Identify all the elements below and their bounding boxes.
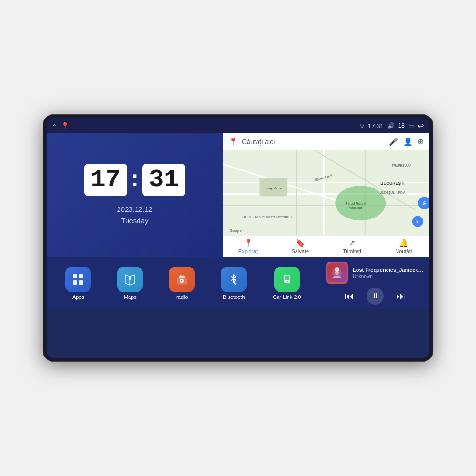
top-row: 17 : 31 2023.12.12 Tuesday 📍 Căutați aic… bbox=[47, 133, 429, 257]
saved-label: Salvate bbox=[291, 248, 309, 254]
radio-app-icon: FM bbox=[169, 267, 195, 292]
map-search-bar[interactable]: 📍 Căutați aici 🎤 👤 ⊕ bbox=[223, 133, 429, 150]
map-body[interactable]: Parcul Natural Văcărești Leroy Merlin BU… bbox=[223, 150, 429, 235]
svg-point-31 bbox=[129, 277, 131, 280]
svg-text:Google: Google bbox=[230, 228, 242, 233]
next-button[interactable]: ⏭ bbox=[393, 290, 408, 303]
clock-hour: 17 bbox=[84, 164, 127, 196]
status-time: 17:31 bbox=[368, 122, 384, 129]
app-item-apps[interactable]: Apps bbox=[65, 267, 91, 300]
bottom-row: Apps Maps bbox=[47, 257, 429, 309]
map-news-tab[interactable]: 🔔 Noutăți bbox=[378, 238, 430, 254]
play-pause-button[interactable]: ⏸ bbox=[367, 288, 384, 305]
apps-label: Apps bbox=[72, 294, 84, 300]
svg-text:BERCENI: BERCENI bbox=[242, 215, 258, 219]
layers-icon[interactable]: ⊕ bbox=[417, 137, 424, 146]
app-item-carlink[interactable]: Car Link 2.0 bbox=[273, 267, 301, 300]
clock-colon: : bbox=[131, 165, 139, 191]
map-panel[interactable]: 📍 Căutați aici 🎤 👤 ⊕ bbox=[223, 133, 429, 257]
carlink-app-icon bbox=[274, 267, 300, 292]
svg-text:TRAPEZULUI: TRAPEZULUI bbox=[392, 164, 412, 167]
volume-icon: 🔊 bbox=[387, 122, 395, 129]
svg-text:Văcărești: Văcărești bbox=[349, 206, 363, 210]
music-thumbnail bbox=[326, 262, 348, 284]
svg-point-34 bbox=[181, 280, 183, 282]
map-svg: Parcul Natural Văcărești Leroy Merlin BU… bbox=[223, 150, 429, 235]
home-icon[interactable]: ⌂ bbox=[52, 122, 56, 129]
svg-text:Leroy Merlin: Leroy Merlin bbox=[265, 187, 282, 190]
svg-text:BUCUREȘTI: BUCUREȘTI bbox=[380, 181, 404, 186]
svg-text:JUDEȚUL ILFOV: JUDEȚUL ILFOV bbox=[380, 191, 405, 195]
news-icon: 🔔 bbox=[399, 238, 408, 248]
svg-rect-26 bbox=[79, 274, 83, 278]
svg-rect-28 bbox=[79, 280, 83, 285]
svg-text:FM: FM bbox=[180, 275, 184, 278]
apps-section: Apps Maps bbox=[47, 257, 320, 309]
map-bottom-bar: 📍 Explorați 🔖 Salvate ↗ Trimiteți 🔔 bbox=[223, 235, 429, 257]
music-title: Lost Frequencies_Janieck Devy-... bbox=[353, 267, 424, 273]
svg-point-43 bbox=[335, 267, 339, 272]
music-controls: ⏮ ⏸ ⏭ bbox=[326, 288, 424, 305]
music-info: Lost Frequencies_Janieck Devy-... Unknow… bbox=[353, 267, 424, 279]
mic-icon[interactable]: 🎤 bbox=[389, 137, 398, 146]
svg-rect-25 bbox=[73, 274, 77, 278]
svg-point-39 bbox=[287, 281, 288, 282]
status-bar: ⌂ 📍 ▽ 17:31 🔊 18 ▭ ↩ bbox=[47, 118, 429, 133]
clock-panel: 17 : 31 2023.12.12 Tuesday bbox=[47, 133, 223, 257]
prev-button[interactable]: ⏮ bbox=[342, 290, 357, 303]
clock-display: 17 : 31 bbox=[84, 164, 186, 196]
svg-text:✦: ✦ bbox=[416, 219, 419, 225]
device-screen: ⌂ 📍 ▽ 17:31 🔊 18 ▭ ↩ 17 : bbox=[47, 118, 429, 358]
music-artist: Unknown bbox=[353, 274, 424, 279]
news-label: Noutăți bbox=[395, 248, 412, 254]
music-top: Lost Frequencies_Janieck Devy-... Unknow… bbox=[326, 262, 424, 284]
map-saved-tab[interactable]: 🔖 Salvate bbox=[275, 238, 327, 254]
car-head-unit: ⌂ 📍 ▽ 17:31 🔊 18 ▭ ↩ 17 : bbox=[43, 114, 433, 362]
app-item-bluetooth[interactable]: Bluetooth bbox=[221, 267, 247, 300]
explore-label: Explorați bbox=[238, 248, 259, 254]
bluetooth-app-icon bbox=[221, 267, 247, 292]
clock-date: 2023.12.12 Tuesday bbox=[117, 204, 152, 227]
svg-rect-27 bbox=[73, 280, 77, 285]
account-icon[interactable]: 👤 bbox=[403, 137, 413, 146]
map-explore-tab[interactable]: 📍 Explorați bbox=[223, 238, 275, 254]
map-send-tab[interactable]: ↗ Trimiteți bbox=[326, 238, 378, 254]
clock-day-value: Tuesday bbox=[117, 215, 152, 227]
maps-icon[interactable]: 📍 bbox=[61, 122, 69, 129]
status-left-icons: ⌂ 📍 bbox=[52, 122, 69, 129]
svg-text:Parcul Natural: Parcul Natural bbox=[346, 202, 366, 205]
battery-icon: ▭ bbox=[408, 122, 414, 129]
music-panel: Lost Frequencies_Janieck Devy-... Unknow… bbox=[320, 257, 429, 309]
saved-icon: 🔖 bbox=[296, 238, 305, 248]
clock-date-value: 2023.12.12 bbox=[117, 204, 152, 215]
app-item-maps[interactable]: Maps bbox=[117, 267, 143, 300]
apps-icon bbox=[65, 267, 91, 292]
svg-text:⊕: ⊕ bbox=[422, 200, 427, 206]
maps-app-icon bbox=[117, 267, 143, 292]
explore-icon: 📍 bbox=[244, 238, 253, 248]
radio-label: radio bbox=[176, 294, 188, 300]
back-icon[interactable]: ↩ bbox=[417, 121, 424, 130]
status-right-info: ▽ 17:31 🔊 18 ▭ ↩ bbox=[360, 121, 424, 130]
maps-label: Maps bbox=[124, 294, 137, 300]
carlink-label: Car Link 2.0 bbox=[273, 294, 301, 300]
map-search-actions: 🎤 👤 ⊕ bbox=[389, 137, 424, 146]
send-label: Trimiteți bbox=[343, 248, 361, 254]
app-item-radio[interactable]: FM radio bbox=[169, 267, 195, 300]
send-icon: ↗ bbox=[349, 238, 355, 248]
signal-icon: ▽ bbox=[360, 122, 364, 129]
svg-text:BUCUREȘTI SECTORUL 4: BUCUREȘTI SECTORUL 4 bbox=[259, 216, 293, 218]
main-content: 17 : 31 2023.12.12 Tuesday 📍 Căutați aic… bbox=[47, 133, 429, 358]
svg-rect-38 bbox=[285, 276, 289, 280]
map-search-input[interactable]: Căutați aici bbox=[242, 138, 385, 146]
bluetooth-label: Bluetooth bbox=[223, 294, 245, 300]
clock-minute: 31 bbox=[142, 164, 185, 196]
volume-level: 18 bbox=[398, 122, 405, 129]
map-pin-icon: 📍 bbox=[228, 137, 238, 146]
